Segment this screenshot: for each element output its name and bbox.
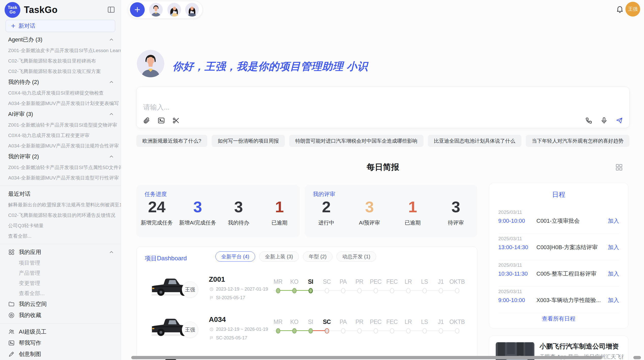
logo-text-bottom: Go [9, 10, 16, 14]
stat-value: 1 [259, 199, 300, 215]
sidebar-task-item[interactable]: Z001-全新燃油轻卡产品开发项目SI造型提交物评审 [0, 120, 121, 130]
milestone-dot [390, 328, 394, 334]
app-sub-item[interactable]: 查看全部... [0, 288, 121, 298]
join-meeting-link[interactable]: 加入 [608, 217, 619, 225]
event-time: 9:00-10:00 [498, 297, 536, 304]
suggestion-chip[interactable]: 特朗普可能对进口汽车增税会对中国车企造成哪些影响 [289, 135, 423, 147]
mic-icon[interactable] [600, 117, 608, 124]
dashboard-tab[interactable]: 动总开发 (1) [336, 251, 376, 262]
sidebar-task-item[interactable]: C0X4-动力总成开发项目工程变更评审 [0, 130, 121, 141]
stat-value: 3 [218, 199, 259, 215]
section-header-agent-done[interactable]: Agent已办 (3) [0, 34, 121, 45]
sidebar-task-item[interactable]: C02-飞腾新能源轻客改款项目立项汇报方案 [0, 66, 121, 77]
sidebar-task-item[interactable]: A034-全新新能源MUV产品开发项目造型可行性评审 [0, 173, 121, 183]
sidebar-task-item[interactable]: Z001-全新燃油皮卡产品开发项目SI节点Lesson Learn报告 [0, 45, 121, 56]
project-date-range: 2023-12-19 ~ 2026-01-19 [209, 327, 268, 332]
logo-text-top: Task [8, 5, 17, 10]
conversation-avatar-1[interactable] [149, 3, 163, 17]
recent-chat-item[interactable]: 公司Q3轻卡销量 [0, 220, 121, 231]
milestone-dot [357, 328, 362, 334]
attach-icon[interactable] [143, 117, 150, 124]
avatar [185, 3, 199, 17]
sidebar-collapse-icon[interactable] [107, 6, 115, 14]
sidebar-task-item[interactable]: C02-飞腾新能源轻客改款项目里程碑画布 [0, 56, 121, 66]
sidebar-task-item[interactable]: A034-全新新能源MUV产品开发项目计划变更表编写 [0, 98, 121, 109]
conversation-avatar-3[interactable] [185, 3, 199, 17]
recent-chat-item[interactable]: C02-飞腾新能源轻客改款项目的闭环通告反馈情况 [0, 210, 121, 220]
milestone-label: KO [286, 319, 302, 325]
milestone-label: LS [416, 319, 433, 325]
milestone-label: LR [400, 278, 416, 285]
sidebar-task-item[interactable]: C0X4-动力总成开发项目SI里程碑提交物检查 [0, 88, 121, 98]
schedule-title: 日程 [489, 190, 628, 199]
sidebar-item-ai-super-staff[interactable]: AI超级员工 [0, 326, 121, 337]
dashboard-tab[interactable]: 全新上装 (3) [259, 251, 299, 262]
event-name: C001-立项审批会 [536, 217, 608, 225]
section-header-my-todo[interactable]: 我的待办 (2) [0, 77, 121, 88]
milestone-dot [406, 328, 411, 334]
suggestion-chip[interactable]: 当下年轻人对汽车外观有怎样的喜好趋势 [526, 135, 630, 147]
stat-label: 待评审 [434, 219, 477, 226]
event-row: 13:00-14:30 C003|H0B-方案冻结评审 加入 [498, 244, 619, 251]
stat-value: 24 [136, 199, 177, 215]
suggestion-chip[interactable]: 欧洲新规最近颁布了什么? [136, 135, 207, 147]
project-row[interactable]: 王强 A034 2023-12-19 ~ 2026-01-19 SC-2025-… [137, 312, 477, 353]
join-meeting-link[interactable]: 加入 [608, 244, 619, 251]
milestone-dot [325, 288, 329, 293]
scrollbar-corner[interactable] [633, 356, 641, 359]
milestone-dot [309, 328, 313, 334]
horizontal-scrollbar[interactable] [131, 356, 602, 359]
section-header-my-review[interactable]: 我的评审 (2) [0, 151, 121, 162]
sidebar-task-item[interactable]: Z001-全新燃油轻卡产品开发项目SI节点属性5D文件评审 [0, 162, 121, 173]
sidebar-item-cloud-space[interactable]: 我的云空间 [0, 298, 121, 310]
news-title: 小鹏飞行汽车制造公司增资 [539, 342, 619, 351]
conversation-avatar-2[interactable] [167, 3, 181, 17]
dashboard-tab[interactable]: 全新平台 (4) [215, 251, 255, 262]
suggestion-chip[interactable]: 比亚迪全固态电池计划具体说了什么 [428, 135, 521, 147]
image-icon[interactable] [157, 117, 165, 124]
scissors-icon[interactable] [172, 117, 180, 124]
suggestion-chip[interactable]: 如何写一份清晰的项目周报 [212, 135, 285, 147]
sidebar-item-help-me-write[interactable]: 帮我写作 [0, 337, 121, 349]
dashboard-tab[interactable]: 年型 (2) [303, 251, 332, 262]
chat-input[interactable]: 请输入... [136, 87, 630, 128]
project-row[interactable]: 王强 Z001 2023-12-19 ~ 2027-01-19 SI-2025-… [137, 272, 477, 312]
milestone-dot-cell [400, 328, 416, 334]
send-icon[interactable] [616, 117, 623, 124]
app-sub-item[interactable]: 产品管理 [0, 268, 121, 278]
sidebar-item-favorites[interactable]: 我的收藏 [0, 310, 121, 321]
tab-label: 动总开发 (1) [342, 253, 370, 260]
layout-grid-icon[interactable] [615, 163, 623, 172]
stat-label: 新增AI完成任务 [177, 219, 218, 226]
phone-icon[interactable] [585, 117, 593, 124]
app-sub-item[interactable]: 项目管理 [0, 258, 121, 268]
project-code: Z001 [209, 275, 225, 283]
recent-view-all-link[interactable]: 查看全部... [0, 231, 121, 241]
join-meeting-link[interactable]: 加入 [608, 270, 619, 278]
chat-input-placeholder: 请输入... [143, 103, 170, 112]
menu-label: AI超级员工 [19, 328, 47, 336]
milestone-dot-cell [449, 328, 465, 334]
milestone-dot-cell [270, 328, 286, 334]
notifications-bell-icon[interactable] [616, 5, 624, 13]
sidebar-task-item[interactable]: A034-全新新能源MUV产品开发项目法规符合性评审 [0, 141, 121, 151]
project-owner-badge: 王强 [182, 281, 198, 298]
view-all-schedule-link[interactable]: 查看所有日程 [489, 315, 628, 323]
chevron-up-icon [109, 249, 114, 255]
milestone-label: PA [335, 278, 351, 285]
chevron-up-icon [109, 79, 114, 85]
section-list: C0X4-动力总成开发项目SI里程碑提交物检查A034-全新新能源MUV产品开发… [0, 88, 121, 109]
new-chat-button[interactable]: 新对话 [6, 20, 115, 32]
taskgo-app: Task Go TaskGo 新对话 Agent已办 (3) Z001-全新燃油… [0, 0, 644, 360]
input-actions-toolbar [585, 117, 623, 124]
section-header-ai-review[interactable]: AI评审 (3) [0, 109, 121, 120]
sidebar-item-my-apps[interactable]: 我的应用 [0, 247, 121, 258]
assistant-avatar [137, 50, 164, 77]
app-sub-item[interactable]: 变更管理 [0, 278, 121, 288]
recent-chat-item[interactable]: 解释最新出台的欧盟报废车法规再生塑料比例被调至15%... [0, 200, 121, 210]
join-meeting-link[interactable]: 加入 [608, 296, 619, 304]
new-conversation-button[interactable] [130, 2, 145, 17]
user-avatar[interactable]: 王强 [625, 2, 640, 17]
sidebar-item-creative-drawing[interactable]: 创意制图 [0, 349, 121, 360]
milestone-dot-cell [319, 288, 335, 294]
